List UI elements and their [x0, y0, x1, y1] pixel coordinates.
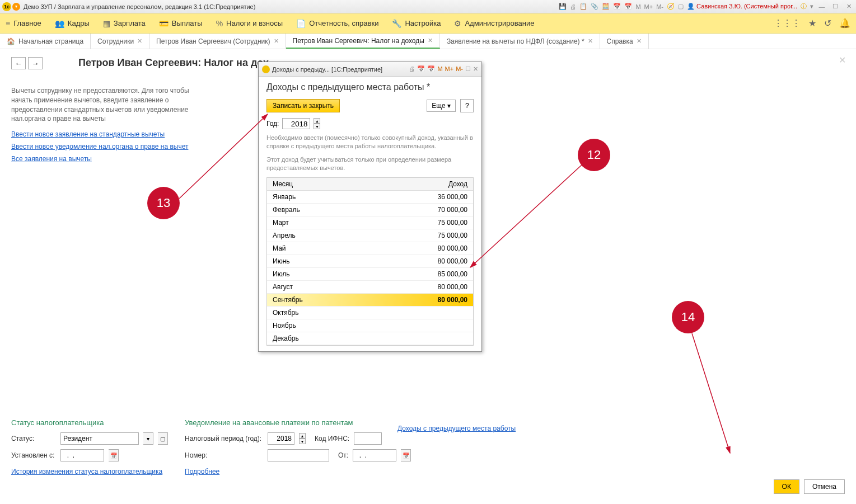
year-up-button[interactable]: ▲ [299, 433, 306, 439]
menu-taxes[interactable]: %Налоги и взносы [216, 19, 283, 28]
close-button[interactable]: ✕ [844, 2, 854, 11]
menu-main[interactable]: ≡Главное [6, 19, 41, 28]
status-input[interactable] [60, 432, 139, 445]
close-icon[interactable]: ✕ [274, 37, 279, 45]
close-icon[interactable]: ✕ [588, 37, 593, 45]
menu-payments[interactable]: 💳Выплаты [159, 19, 203, 28]
income-cell[interactable]: 80 000,00 [406, 294, 473, 306]
tab-employee-card[interactable]: Петров Иван Сергеевич (Сотрудник)✕ [149, 34, 286, 49]
tab-help[interactable]: Справка✕ [600, 34, 649, 49]
from-date-input[interactable] [353, 449, 396, 461]
menu-admin[interactable]: ⚙Администрирование [454, 19, 534, 28]
dialog-max-icon[interactable]: ☐ [465, 65, 471, 73]
mminus-label[interactable]: M- [656, 3, 663, 10]
help-button[interactable]: ? [460, 99, 474, 112]
income-cell[interactable]: 36 000,00 [406, 191, 473, 203]
table-row[interactable]: Май80 000,00 [267, 242, 473, 255]
more-button[interactable]: Еще ▾ [427, 100, 456, 112]
dialog-cal2-icon[interactable]: 📅 [427, 65, 435, 73]
menu-salary[interactable]: ▦Зарплата [103, 19, 146, 28]
set-from-input[interactable] [60, 449, 104, 461]
year-input[interactable] [282, 118, 310, 129]
link-status-history[interactable]: История изменения статуса налогоплательщ… [11, 468, 162, 475]
link-details[interactable]: Подробнее [185, 468, 219, 475]
table-row[interactable]: Июнь80 000,00 [267, 255, 473, 268]
status-dropdown-button[interactable]: ▾ [143, 432, 153, 445]
dialog-close-icon[interactable]: ✕ [473, 65, 478, 73]
attach-icon[interactable]: 📎 [591, 3, 598, 10]
table-row[interactable]: Декабрь [267, 332, 473, 345]
tab-home[interactable]: 🏠Начальная страница [0, 34, 91, 49]
date-picker-button[interactable]: 📅 [109, 449, 119, 461]
calendar2-icon[interactable]: 📅 [624, 3, 632, 10]
tab-income-tax[interactable]: Петров Иван Сергеевич: Налог на доходы✕ [286, 34, 440, 49]
table-row[interactable]: Январь36 000,00 [267, 191, 473, 204]
menu-hr[interactable]: 👥Кадры [55, 19, 90, 28]
income-cell[interactable]: 85 000,00 [406, 268, 473, 280]
table-row[interactable]: Ноябрь [267, 319, 473, 332]
dialog-mminus-icon[interactable]: M- [456, 65, 463, 73]
year-down-button[interactable]: ▼ [299, 439, 306, 444]
cancel-button[interactable]: Отмена [804, 479, 845, 494]
ok-button[interactable]: ОК [774, 479, 799, 494]
col-header-income[interactable]: Доход [406, 178, 473, 190]
minimize-button[interactable]: — [817, 2, 827, 11]
table-row[interactable]: Октябрь [267, 307, 473, 319]
year-spin-down[interactable]: ▼ [314, 124, 320, 129]
form-close-icon[interactable]: ✕ [839, 55, 846, 65]
dialog-print-icon[interactable]: 🖨 [409, 65, 415, 73]
table-row[interactable]: Август80 000,00 [267, 281, 473, 294]
close-icon[interactable]: ✕ [137, 37, 142, 45]
income-cell[interactable] [406, 319, 473, 332]
income-cell[interactable]: 80 000,00 [406, 242, 473, 255]
tab-employees[interactable]: Сотрудники✕ [91, 34, 149, 49]
back-button[interactable]: ← [11, 57, 26, 69]
compass-icon[interactable]: 🧭 [667, 3, 675, 10]
forward-button[interactable]: → [28, 57, 43, 69]
table-row[interactable]: Сентябрь80 000,00 [267, 294, 473, 307]
user-menu[interactable]: 👤 Савинская З.Ю. (Системный прог... [687, 3, 797, 10]
year-spin-up[interactable]: ▲ [314, 118, 320, 124]
apps-icon[interactable]: ⋮⋮⋮ [774, 18, 801, 29]
table-row[interactable]: Март75 000,00 [267, 216, 473, 229]
dialog-mplus-icon[interactable]: M+ [445, 65, 454, 73]
ifns-input[interactable] [354, 432, 382, 445]
bell-icon[interactable]: 🔔 [839, 18, 850, 29]
info-icon[interactable]: ⓘ [801, 2, 807, 11]
maximize-button[interactable]: ☐ [830, 2, 840, 11]
box-icon[interactable]: ▢ [678, 3, 684, 10]
save-and-close-button[interactable]: Записать и закрыть [266, 99, 340, 112]
calc-icon[interactable]: 🧮 [602, 3, 610, 10]
save-icon[interactable]: 💾 [559, 3, 567, 10]
mplus-label[interactable]: M+ [644, 3, 653, 10]
dropdown-icon[interactable]: ▾ [12, 3, 20, 11]
close-icon[interactable]: ✕ [637, 37, 642, 45]
income-cell[interactable]: 75 000,00 [406, 216, 473, 229]
print-icon[interactable]: 🖨 [570, 3, 576, 10]
tax-period-input[interactable] [268, 432, 294, 445]
dialog-m-icon[interactable]: M [437, 65, 442, 73]
dialog-cal-icon[interactable]: 📅 [417, 65, 425, 73]
income-cell[interactable] [406, 307, 473, 319]
table-row[interactable]: Февраль70 000,00 [267, 204, 473, 216]
menu-settings[interactable]: 🔧Настройка [392, 19, 441, 28]
tab-deduction-request[interactable]: Заявление на вычеты по НДФЛ (создание) *… [440, 34, 600, 49]
table-row[interactable]: Июль85 000,00 [267, 268, 473, 281]
status-open-button[interactable]: ▢ [158, 432, 168, 445]
income-cell[interactable]: 80 000,00 [406, 255, 473, 267]
income-cell[interactable]: 70 000,00 [406, 204, 473, 216]
link-previous-income[interactable]: Доходы с предыдущего места работы [397, 425, 516, 432]
income-cell[interactable] [406, 332, 473, 345]
number-input[interactable] [268, 449, 329, 461]
calendar-icon[interactable]: 📅 [613, 3, 621, 10]
close-icon[interactable]: ✕ [428, 37, 433, 44]
income-cell[interactable]: 80 000,00 [406, 281, 473, 293]
history-icon[interactable]: ↺ [824, 18, 831, 29]
from-date-picker-button[interactable]: 📅 [401, 449, 411, 461]
star-icon[interactable]: ★ [808, 18, 816, 29]
col-header-month[interactable]: Месяц [267, 178, 406, 190]
doc-icon[interactable]: 📋 [579, 3, 587, 10]
income-cell[interactable]: 75 000,00 [406, 229, 473, 242]
menu-reports[interactable]: 📄Отчетность, справки [296, 19, 378, 28]
m-label[interactable]: M [635, 3, 640, 10]
